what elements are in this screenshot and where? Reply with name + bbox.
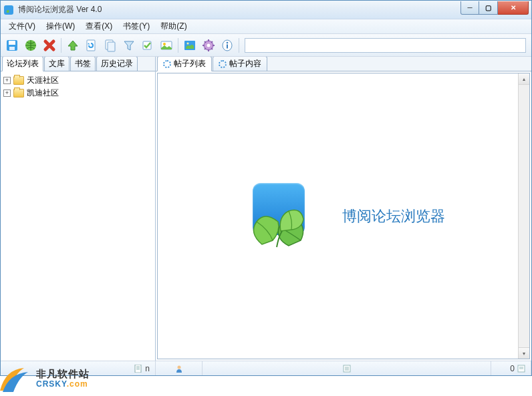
watermark-swoosh-icon bbox=[0, 364, 32, 393]
tree-expand-icon[interactable]: + bbox=[3, 89, 11, 97]
tool-picture-icon[interactable] bbox=[181, 37, 198, 54]
tree-node[interactable]: + 凯迪社区 bbox=[2, 87, 154, 100]
menu-view[interactable]: 查看(X) bbox=[80, 19, 118, 33]
app-window: 博阅论坛浏览器 Ver 4.0 ─ ▢ ✕ 文件(V) 操作(W) 查看(X) … bbox=[0, 0, 532, 376]
window-controls: ─ ▢ ✕ bbox=[460, 1, 529, 15]
tab-post-list[interactable]: 帖子列表 bbox=[157, 57, 212, 71]
page-icon bbox=[517, 365, 525, 373]
right-tabstrip: 帖子列表 帖子内容 bbox=[156, 57, 531, 71]
svg-point-24 bbox=[227, 41, 229, 43]
tab-label: 帖子列表 bbox=[174, 58, 206, 69]
left-tabstrip: 论坛列表 文库 书签 历史记录 bbox=[1, 57, 155, 71]
status-text: n bbox=[145, 364, 150, 373]
tree-node[interactable]: + 天涯社区 bbox=[2, 74, 154, 87]
welcome-block: 博阅论坛浏览器 bbox=[242, 183, 445, 250]
tool-filter-icon[interactable] bbox=[120, 37, 138, 54]
tool-gear-icon[interactable] bbox=[200, 37, 217, 54]
status-cell-3 bbox=[203, 361, 491, 375]
svg-point-30 bbox=[177, 365, 180, 369]
toolbar-separator bbox=[61, 38, 61, 53]
svg-rect-26 bbox=[135, 365, 141, 373]
scroll-down-button[interactable]: ▾ bbox=[519, 347, 529, 359]
left-panel: 论坛列表 文库 书签 历史记录 + 天涯社区 + 凯迪社区 bbox=[1, 57, 156, 361]
status-zero: 0 bbox=[510, 364, 515, 373]
tab-library[interactable]: 文库 bbox=[44, 57, 70, 71]
tool-delete-icon[interactable] bbox=[41, 37, 58, 54]
svg-line-21 bbox=[205, 48, 206, 49]
menubar: 文件(V) 操作(W) 查看(X) 书签(Y) 帮助(Z) bbox=[1, 19, 531, 34]
svg-rect-5 bbox=[87, 40, 95, 51]
user-icon bbox=[175, 365, 183, 373]
menu-bookmark[interactable]: 书签(Y) bbox=[118, 19, 155, 33]
menu-file[interactable]: 文件(V) bbox=[3, 19, 41, 33]
watermark-text: 非凡软件站 CRSKY.com bbox=[36, 369, 90, 389]
tool-image-icon[interactable] bbox=[158, 37, 175, 54]
forum-tree: + 天涯社区 + 凯迪社区 bbox=[1, 71, 155, 361]
tree-node-label: 凯迪社区 bbox=[27, 87, 59, 99]
tab-forum-list[interactable]: 论坛列表 bbox=[2, 57, 43, 71]
loading-icon bbox=[163, 60, 171, 68]
tool-save-icon[interactable] bbox=[3, 37, 21, 54]
app-icon bbox=[3, 5, 14, 15]
menu-help[interactable]: 帮助(Z) bbox=[155, 19, 192, 33]
tool-copy-icon[interactable] bbox=[102, 37, 119, 54]
toolbar-separator bbox=[178, 38, 178, 53]
svg-rect-2 bbox=[9, 41, 15, 45]
tab-post-content[interactable]: 帖子内容 bbox=[213, 57, 267, 71]
svg-line-19 bbox=[205, 41, 206, 43]
folder-icon bbox=[13, 89, 24, 97]
toolbar-separator bbox=[239, 38, 239, 53]
page-icon bbox=[343, 365, 351, 373]
search-input[interactable] bbox=[245, 38, 526, 53]
watermark-en: CRSKY.com bbox=[36, 379, 90, 389]
svg-rect-0 bbox=[4, 5, 13, 15]
tool-check-icon[interactable] bbox=[139, 37, 156, 54]
svg-line-20 bbox=[211, 48, 213, 49]
svg-point-10 bbox=[163, 43, 166, 45]
close-button[interactable]: ✕ bbox=[498, 1, 529, 15]
right-panel: 帖子列表 帖子内容 bbox=[156, 57, 531, 361]
menu-operate[interactable]: 操作(W) bbox=[41, 19, 80, 33]
app-logo bbox=[242, 183, 315, 250]
minimize-button[interactable]: ─ bbox=[460, 1, 479, 15]
doc-icon bbox=[134, 365, 142, 373]
svg-point-14 bbox=[207, 43, 211, 47]
loading-icon bbox=[219, 60, 227, 68]
svg-rect-3 bbox=[9, 47, 15, 50]
svg-rect-25 bbox=[227, 44, 228, 48]
toolbar bbox=[1, 34, 531, 57]
watermark: 非凡软件站 CRSKY.com bbox=[0, 364, 90, 393]
content-area: 博阅论坛浏览器 ▴ ▾ bbox=[157, 73, 530, 359]
window-title: 博阅论坛浏览器 Ver 4.0 bbox=[18, 4, 460, 15]
status-cell-2 bbox=[156, 361, 203, 375]
tree-expand-icon[interactable]: + bbox=[3, 77, 11, 84]
main-area: 论坛列表 文库 书签 历史记录 + 天涯社区 + 凯迪社区 bbox=[1, 57, 531, 361]
tab-label: 帖子内容 bbox=[229, 58, 261, 69]
tool-refresh-icon[interactable] bbox=[83, 37, 100, 54]
app-name-text: 博阅论坛浏览器 bbox=[342, 206, 445, 226]
tree-node-label: 天涯社区 bbox=[27, 75, 59, 86]
svg-rect-7 bbox=[108, 42, 115, 51]
svg-point-12 bbox=[187, 42, 189, 44]
tab-history[interactable]: 历史记录 bbox=[96, 57, 138, 71]
scroll-up-button[interactable]: ▴ bbox=[519, 73, 529, 85]
watermark-cn: 非凡软件站 bbox=[36, 369, 90, 380]
tool-globe-icon[interactable] bbox=[22, 37, 39, 54]
titlebar: 博阅论坛浏览器 Ver 4.0 ─ ▢ ✕ bbox=[1, 1, 531, 19]
status-cell-4: 0 bbox=[491, 361, 531, 375]
maximize-button[interactable]: ▢ bbox=[479, 1, 498, 15]
tool-info-icon[interactable] bbox=[219, 37, 236, 54]
svg-line-22 bbox=[211, 41, 213, 43]
folder-icon bbox=[13, 76, 24, 85]
vertical-scrollbar[interactable]: ▴ ▾ bbox=[518, 73, 529, 359]
tab-bookmarks[interactable]: 书签 bbox=[70, 57, 96, 71]
tool-up-arrow-icon[interactable] bbox=[64, 37, 82, 54]
